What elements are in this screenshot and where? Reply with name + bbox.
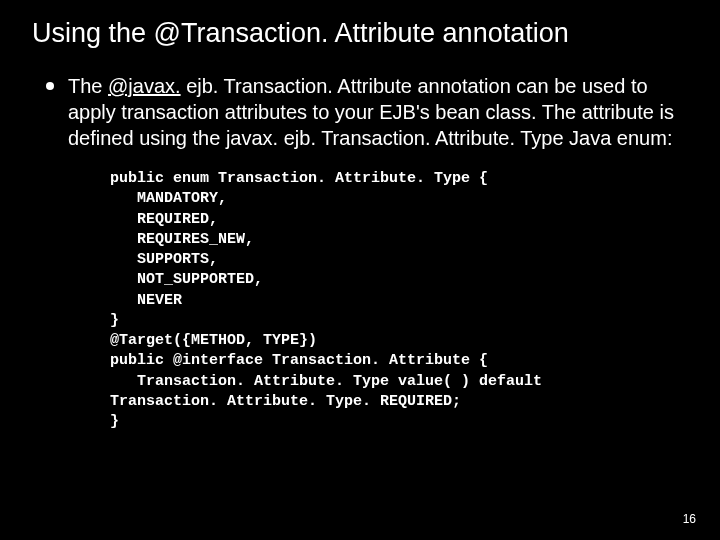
slide: Using the @Transaction. Attribute annota… <box>0 0 720 450</box>
bullet-icon <box>46 82 54 90</box>
bullet-underlined: @javax. <box>108 75 181 97</box>
page-number: 16 <box>683 512 696 526</box>
bullet-text: The @javax. ejb. Transaction. Attribute … <box>68 73 692 151</box>
code-block: public enum Transaction. Attribute. Type… <box>110 169 692 432</box>
slide-title: Using the @Transaction. Attribute annota… <box>32 18 692 49</box>
bullet-prefix: The <box>68 75 108 97</box>
bullet-row: The @javax. ejb. Transaction. Attribute … <box>28 73 692 151</box>
